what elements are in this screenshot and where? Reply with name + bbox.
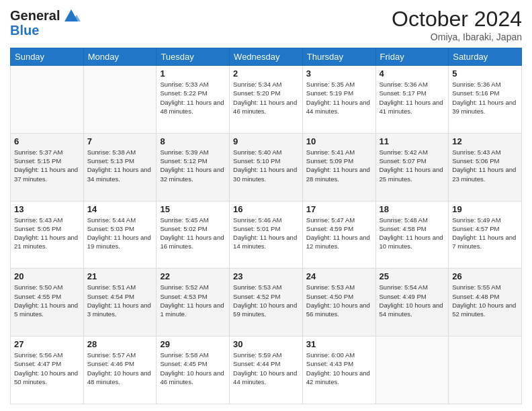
col-wednesday: Wednesday bbox=[230, 48, 303, 66]
day-number: 4 bbox=[380, 68, 445, 79]
day-info: Sunrise: 5:37 AM Sunset: 5:15 PM Dayligh… bbox=[14, 148, 80, 183]
day-info: Sunrise: 5:54 AM Sunset: 4:49 PM Dayligh… bbox=[380, 283, 445, 318]
calendar-cell: 4Sunrise: 5:36 AM Sunset: 5:17 PM Daylig… bbox=[375, 66, 449, 134]
day-info: Sunrise: 5:47 AM Sunset: 4:59 PM Dayligh… bbox=[306, 216, 372, 251]
day-number: 18 bbox=[380, 204, 445, 214]
calendar-cell: 13Sunrise: 5:43 AM Sunset: 5:05 PM Dayli… bbox=[11, 201, 84, 269]
calendar-cell: 5Sunrise: 5:36 AM Sunset: 5:16 PM Daylig… bbox=[449, 66, 522, 134]
day-number: 13 bbox=[14, 204, 80, 214]
day-number: 11 bbox=[380, 136, 445, 146]
col-friday: Friday bbox=[375, 48, 449, 66]
calendar-cell: 9Sunrise: 5:40 AM Sunset: 5:10 PM Daylig… bbox=[230, 133, 303, 201]
day-number: 28 bbox=[87, 339, 153, 349]
month-title: October 2024 bbox=[392, 7, 522, 32]
calendar-week-row: 27Sunrise: 5:56 AM Sunset: 4:47 PM Dayli… bbox=[11, 336, 522, 404]
day-number: 24 bbox=[306, 271, 372, 281]
day-info: Sunrise: 5:56 AM Sunset: 4:47 PM Dayligh… bbox=[14, 351, 80, 386]
day-info: Sunrise: 5:34 AM Sunset: 5:20 PM Dayligh… bbox=[233, 80, 299, 116]
calendar-cell bbox=[375, 336, 449, 404]
calendar-cell: 19Sunrise: 5:49 AM Sunset: 4:57 PM Dayli… bbox=[449, 201, 522, 269]
day-number: 21 bbox=[87, 271, 153, 281]
day-info: Sunrise: 5:59 AM Sunset: 4:44 PM Dayligh… bbox=[233, 351, 299, 386]
day-number: 5 bbox=[452, 68, 518, 79]
calendar-cell: 1Sunrise: 5:33 AM Sunset: 5:22 PM Daylig… bbox=[157, 66, 230, 134]
calendar-cell: 8Sunrise: 5:39 AM Sunset: 5:12 PM Daylig… bbox=[157, 133, 230, 201]
day-number: 30 bbox=[233, 339, 299, 349]
day-info: Sunrise: 5:35 AM Sunset: 5:19 PM Dayligh… bbox=[306, 80, 372, 116]
calendar-cell: 15Sunrise: 5:45 AM Sunset: 5:02 PM Dayli… bbox=[157, 201, 230, 269]
day-info: Sunrise: 5:50 AM Sunset: 4:55 PM Dayligh… bbox=[14, 283, 80, 318]
day-number: 25 bbox=[380, 271, 445, 281]
day-number: 20 bbox=[14, 271, 80, 281]
calendar-cell: 21Sunrise: 5:51 AM Sunset: 4:54 PM Dayli… bbox=[83, 269, 157, 336]
day-info: Sunrise: 5:53 AM Sunset: 4:50 PM Dayligh… bbox=[306, 283, 372, 318]
day-number: 1 bbox=[160, 68, 226, 79]
logo-blue: Blue bbox=[10, 23, 81, 38]
page: General Blue October 2024 Omiya, Ibaraki… bbox=[0, 0, 532, 411]
calendar-cell: 2Sunrise: 5:34 AM Sunset: 5:20 PM Daylig… bbox=[230, 66, 303, 134]
calendar-cell bbox=[449, 336, 522, 404]
calendar-cell: 28Sunrise: 5:57 AM Sunset: 4:46 PM Dayli… bbox=[83, 336, 157, 404]
calendar-cell: 12Sunrise: 5:43 AM Sunset: 5:06 PM Dayli… bbox=[449, 133, 522, 201]
logo-general: General bbox=[10, 8, 60, 23]
day-number: 15 bbox=[160, 204, 226, 214]
calendar-cell: 22Sunrise: 5:52 AM Sunset: 4:53 PM Dayli… bbox=[157, 269, 230, 336]
calendar-cell: 27Sunrise: 5:56 AM Sunset: 4:47 PM Dayli… bbox=[11, 336, 84, 404]
day-number: 23 bbox=[233, 271, 299, 281]
calendar-cell: 11Sunrise: 5:42 AM Sunset: 5:07 PM Dayli… bbox=[375, 133, 449, 201]
calendar-cell bbox=[83, 66, 157, 134]
day-number: 27 bbox=[14, 339, 80, 349]
day-info: Sunrise: 5:55 AM Sunset: 4:48 PM Dayligh… bbox=[452, 283, 518, 318]
day-info: Sunrise: 5:52 AM Sunset: 4:53 PM Dayligh… bbox=[160, 283, 226, 318]
day-info: Sunrise: 5:42 AM Sunset: 5:07 PM Dayligh… bbox=[380, 148, 445, 183]
calendar-cell: 24Sunrise: 5:53 AM Sunset: 4:50 PM Dayli… bbox=[302, 269, 375, 336]
day-info: Sunrise: 5:53 AM Sunset: 4:52 PM Dayligh… bbox=[233, 283, 299, 318]
day-number: 16 bbox=[233, 204, 299, 214]
day-number: 9 bbox=[233, 136, 299, 146]
day-info: Sunrise: 5:39 AM Sunset: 5:12 PM Dayligh… bbox=[160, 148, 226, 183]
day-number: 17 bbox=[306, 204, 372, 214]
calendar-cell: 26Sunrise: 5:55 AM Sunset: 4:48 PM Dayli… bbox=[449, 269, 522, 336]
calendar-cell: 10Sunrise: 5:41 AM Sunset: 5:09 PM Dayli… bbox=[302, 133, 375, 201]
day-info: Sunrise: 5:49 AM Sunset: 4:57 PM Dayligh… bbox=[452, 216, 518, 251]
day-info: Sunrise: 5:38 AM Sunset: 5:13 PM Dayligh… bbox=[87, 148, 153, 183]
day-info: Sunrise: 5:58 AM Sunset: 4:45 PM Dayligh… bbox=[160, 351, 226, 386]
calendar-week-row: 1Sunrise: 5:33 AM Sunset: 5:22 PM Daylig… bbox=[11, 66, 522, 134]
day-number: 31 bbox=[306, 339, 372, 349]
location: Omiya, Ibaraki, Japan bbox=[392, 32, 522, 42]
calendar-week-row: 6Sunrise: 5:37 AM Sunset: 5:15 PM Daylig… bbox=[11, 133, 522, 201]
day-number: 2 bbox=[233, 68, 299, 79]
header: General Blue October 2024 Omiya, Ibaraki… bbox=[10, 7, 522, 42]
calendar-cell: 14Sunrise: 5:44 AM Sunset: 5:03 PM Dayli… bbox=[83, 201, 157, 269]
day-info: Sunrise: 5:36 AM Sunset: 5:17 PM Dayligh… bbox=[380, 80, 445, 116]
day-number: 6 bbox=[14, 136, 80, 146]
day-number: 7 bbox=[87, 136, 153, 146]
day-info: Sunrise: 5:40 AM Sunset: 5:10 PM Dayligh… bbox=[233, 148, 299, 183]
logo-icon bbox=[62, 5, 81, 24]
day-info: Sunrise: 5:45 AM Sunset: 5:02 PM Dayligh… bbox=[160, 216, 226, 251]
calendar-header-row: Sunday Monday Tuesday Wednesday Thursday… bbox=[11, 48, 522, 66]
col-monday: Monday bbox=[83, 48, 157, 66]
day-info: Sunrise: 5:41 AM Sunset: 5:09 PM Dayligh… bbox=[306, 148, 372, 183]
calendar-cell: 30Sunrise: 5:59 AM Sunset: 4:44 PM Dayli… bbox=[230, 336, 303, 404]
calendar-cell: 29Sunrise: 5:58 AM Sunset: 4:45 PM Dayli… bbox=[157, 336, 230, 404]
title-section: October 2024 Omiya, Ibaraki, Japan bbox=[392, 7, 522, 42]
day-number: 8 bbox=[160, 136, 226, 146]
col-thursday: Thursday bbox=[302, 48, 375, 66]
day-info: Sunrise: 5:43 AM Sunset: 5:05 PM Dayligh… bbox=[14, 216, 80, 251]
day-info: Sunrise: 5:48 AM Sunset: 4:58 PM Dayligh… bbox=[380, 216, 445, 251]
calendar-week-row: 13Sunrise: 5:43 AM Sunset: 5:05 PM Dayli… bbox=[11, 201, 522, 269]
calendar-cell: 17Sunrise: 5:47 AM Sunset: 4:59 PM Dayli… bbox=[302, 201, 375, 269]
day-number: 10 bbox=[306, 136, 372, 146]
day-number: 3 bbox=[306, 68, 372, 79]
calendar-table: Sunday Monday Tuesday Wednesday Thursday… bbox=[10, 48, 522, 404]
col-tuesday: Tuesday bbox=[157, 48, 230, 66]
day-info: Sunrise: 5:33 AM Sunset: 5:22 PM Dayligh… bbox=[160, 80, 226, 116]
calendar-cell: 3Sunrise: 5:35 AM Sunset: 5:19 PM Daylig… bbox=[302, 66, 375, 134]
calendar-cell: 20Sunrise: 5:50 AM Sunset: 4:55 PM Dayli… bbox=[11, 269, 84, 336]
day-number: 19 bbox=[452, 204, 518, 214]
col-saturday: Saturday bbox=[449, 48, 522, 66]
day-number: 26 bbox=[452, 271, 518, 281]
logo: General Blue bbox=[10, 7, 81, 38]
day-number: 14 bbox=[87, 204, 153, 214]
